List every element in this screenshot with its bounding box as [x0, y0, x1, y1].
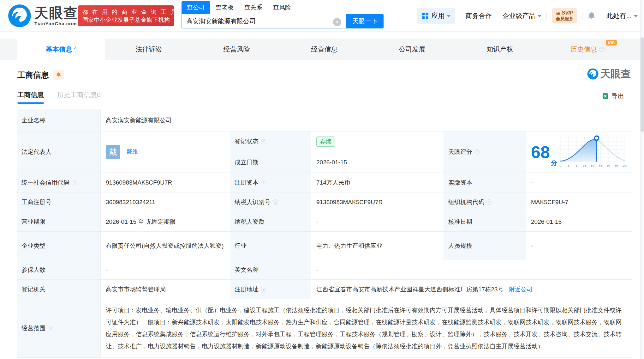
table-row: 统一社会信用代码? 91360983MAK5CF9U7R 注册资本? 714万人… [17, 173, 632, 192]
search-button[interactable]: 天眼一下 [346, 14, 384, 28]
search-tab-relation[interactable]: 查关系 [239, 1, 268, 14]
approval-date-value: 2026-01-15 [526, 212, 632, 232]
score-value: 68 [531, 143, 550, 161]
help-icon[interactable]: ? [72, 180, 77, 185]
divider [546, 12, 547, 20]
svip-crown-icon [556, 11, 561, 15]
table-row: 企业名称 高安润安新能源有限公司 [17, 109, 632, 131]
score-distribution-chart: 0 1 3 15 50 85 97 99 100 [558, 135, 627, 169]
credit-code-value: 91360983MAK5CF9U7R [101, 173, 230, 192]
notification-bell-icon[interactable] [587, 12, 596, 20]
insured-count-value: - [101, 260, 230, 280]
taxpayer-id-value: 91360983MAK5CF9U7R [311, 192, 444, 212]
field-label: 组织机构代码? [444, 192, 526, 212]
search-tab-boss[interactable]: 查老板 [210, 1, 239, 14]
status-badge: 存续 [316, 137, 335, 147]
svg-text:100: 100 [622, 164, 627, 167]
help-icon[interactable]: ? [599, 47, 605, 52]
promo-line1: 都 在 用 的 商 业 查 询 工 具 [82, 8, 170, 16]
reg-address-value: 江西省宜春市高安市高新技术产业园祥星大道西侧标准厂房第17栋23号 [316, 285, 504, 294]
table-row: 法定代表人 戴 戴维 登记状态? 存续 天眼评分? 68 分 [17, 131, 632, 152]
apps-menu[interactable]: 应用 [417, 8, 455, 24]
watermark-logo: 天眼查 [587, 67, 631, 81]
content-area: 工商信息 天眼查 工商信息 历史工商信息0 [0, 60, 644, 359]
brand-domain: TianYanCha.com [34, 21, 78, 26]
business-info-table: 企业名称 高安润安新能源有限公司 法定代表人 戴 戴维 登记状态? 存续 天眼评… [17, 109, 632, 358]
help-icon[interactable]: ? [474, 149, 480, 155]
tab-legal-litigation[interactable]: 法律诉讼 [105, 39, 193, 60]
taxpayer-qualification-value: - [311, 212, 444, 232]
tab-company-development[interactable]: 公司发展 [368, 39, 456, 60]
tab-history-info[interactable]: VIP 历史信息 ? [544, 39, 631, 60]
nearby-companies-link[interactable]: 附近公司 [509, 285, 533, 294]
search-tab-risk[interactable]: 查风险 [268, 1, 296, 14]
search-input[interactable] [182, 14, 346, 28]
excel-icon [602, 93, 609, 100]
field-label: 参保人数 [17, 260, 101, 280]
svg-text:15: 15 [583, 164, 586, 167]
staff-size-value: - [526, 232, 632, 260]
field-label: 注册地址? [230, 280, 311, 299]
field-label: 统一社会信用代码? [17, 173, 101, 192]
help-icon[interactable]: ? [261, 287, 266, 292]
divider [460, 12, 460, 20]
field-label: 法定代表人 [17, 131, 101, 173]
field-label: 经营范围? [17, 299, 101, 358]
search-tab-company[interactable]: 查公司 [182, 1, 210, 14]
svg-text:97: 97 [607, 164, 611, 167]
field-label: 成立日期 [230, 152, 311, 173]
scrollbar-track[interactable] [640, 0, 644, 359]
field-label: 营业期限 [17, 212, 101, 232]
subscribe-bell-button[interactable] [53, 70, 64, 80]
watermark-logo-icon [587, 68, 599, 80]
subtabs: 工商信息 历史工商信息0 [17, 90, 101, 104]
scrollbar-thumb[interactable] [641, 37, 644, 132]
legal-rep-link[interactable]: 戴维 [126, 148, 138, 155]
export-button[interactable]: 导出 [596, 88, 630, 104]
tab-intellectual-property[interactable]: 知识产权 [456, 39, 544, 60]
avatar[interactable]: 戴 [106, 145, 120, 159]
help-icon[interactable]: ? [261, 139, 266, 144]
svip-membership-badge[interactable]: SVIP 会员服务 [552, 8, 577, 23]
table-row: 参保人数 - 英文名称 - [17, 260, 632, 280]
tab-operating-risk[interactable]: 经营风险 [193, 39, 281, 60]
business-term-value: 2026-01-15 至 无固定期限 [101, 212, 230, 232]
field-label: 实缴资本 [444, 173, 526, 192]
field-label: 注册资本? [230, 173, 311, 192]
org-code-value: MAK5CF9U-7 [526, 192, 632, 212]
caret-down-icon [538, 15, 541, 17]
field-label: 英文名称 [230, 260, 311, 280]
field-label: 核准日期 [444, 212, 526, 232]
brand-name: 天眼查 [34, 6, 78, 20]
tab-count-badge: 4 [74, 45, 77, 51]
tab-operating-info[interactable]: 经营信息 [281, 39, 368, 60]
nav-business-cooperation[interactable]: 商务合作 [465, 11, 492, 20]
subtab-history-business-info[interactable]: 历史工商信息0 [57, 90, 101, 104]
subtab-business-info[interactable]: 工商信息 [17, 90, 44, 104]
search-area: 查公司 查老板 查关系 查风险 天眼一下 × [182, 2, 384, 28]
reg-status-cell: 存续 [311, 131, 444, 152]
table-row: 经营范围? 许可项目：发电业务、输电业务、供（配）电业务，建设工程施工（依法须经… [17, 299, 632, 358]
caret-down-icon [634, 15, 638, 17]
help-icon[interactable]: ? [261, 180, 266, 185]
svg-text:99: 99 [615, 164, 618, 167]
help-icon[interactable]: ? [273, 199, 278, 205]
nav-enterprise-products[interactable]: 企业级产品 [502, 11, 541, 20]
site-logo[interactable]: 天眼查 TianYanCha.com [8, 4, 78, 27]
tab-basic-info[interactable]: 基本信息 4 [17, 39, 105, 60]
search-clear-icon[interactable]: × [333, 18, 341, 26]
tianyancha-company-page: 天眼查 TianYanCha.com 都 在 用 的 商 业 查 询 工 具 国… [0, 0, 644, 359]
establish-date-value: 2026-01-15 [311, 152, 444, 173]
reg-capital-value: 714万人民币 [311, 173, 444, 192]
help-icon[interactable]: ? [486, 199, 492, 205]
reg-authority-value: 高安市市场监督管理局 [101, 280, 230, 299]
user-menu[interactable]: 此处有... [606, 11, 638, 20]
header: 天眼查 TianYanCha.com 都 在 用 的 商 业 查 询 工 具 国… [0, 0, 644, 32]
table-row: 登记机关 高安市市场监督管理局 注册地址? 江西省宜春市高安市高新技术产业园祥星… [17, 280, 632, 299]
svg-text:3: 3 [575, 164, 577, 167]
help-icon[interactable]: ? [48, 326, 53, 331]
apps-grid-icon [422, 12, 429, 19]
field-label: 登记机关 [17, 280, 101, 299]
svg-text:0: 0 [559, 164, 561, 167]
field-label: 行业 [230, 232, 311, 260]
